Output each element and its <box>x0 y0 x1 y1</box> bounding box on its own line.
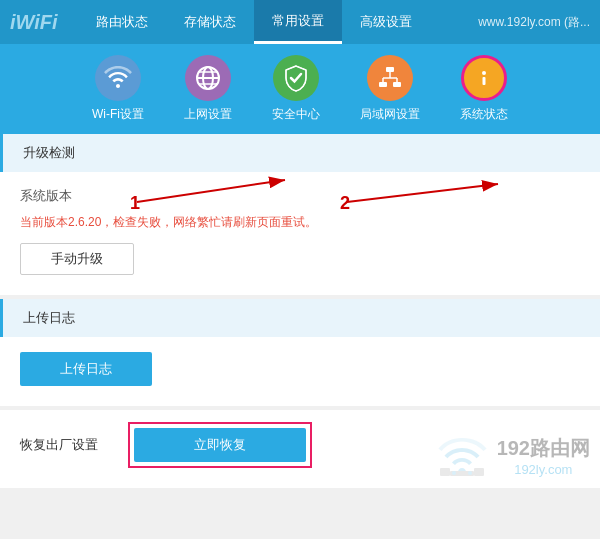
log-section-body: 上传日志 <box>0 337 600 406</box>
wifi-settings-label: Wi-Fi设置 <box>92 106 144 123</box>
main-content: 升级检测 系统版本 当前版本2.6.20，检查失败，网络繁忙请刷新页面重试。 手… <box>0 134 600 488</box>
restore-label: 恢复出厂设置 <box>20 436 98 454</box>
system-status-icon-item[interactable]: 系统状态 <box>460 55 508 123</box>
wifi-icon <box>95 55 141 101</box>
upgrade-section-header: 升级检测 <box>0 134 600 172</box>
restore-button-wrapper: 立即恢复 <box>128 422 312 468</box>
nav-items: 路由状态 存储状态 常用设置 高级设置 <box>78 0 479 44</box>
svg-rect-5 <box>386 67 394 72</box>
lan-settings-icon-item[interactable]: 局域网设置 <box>360 55 420 123</box>
log-section-header: 上传日志 <box>0 299 600 337</box>
svg-rect-13 <box>482 77 485 85</box>
lan-settings-label: 局域网设置 <box>360 106 420 123</box>
upload-log-button[interactable]: 上传日志 <box>20 352 152 386</box>
system-status-label: 系统状态 <box>460 106 508 123</box>
svg-rect-6 <box>379 82 387 87</box>
icon-bar: Wi-Fi设置 上网设置 安全中 <box>0 44 600 134</box>
sys-version-text: 当前版本2.6.20，检查失败，网络繁忙请刷新页面重试。 <box>20 213 580 231</box>
nav-router-status[interactable]: 路由状态 <box>78 0 166 44</box>
security-label: 安全中心 <box>272 106 320 123</box>
svg-point-12 <box>482 71 486 75</box>
sys-version-label: 系统版本 <box>20 187 580 205</box>
nav-advanced-settings[interactable]: 高级设置 <box>342 0 430 44</box>
restore-section: 恢复出厂设置 立即恢复 <box>0 410 600 488</box>
manual-upgrade-button[interactable]: 手动升级 <box>20 243 134 275</box>
log-section: 上传日志 上传日志 <box>0 299 600 406</box>
upgrade-section: 升级检测 系统版本 当前版本2.6.20，检查失败，网络繁忙请刷新页面重试。 手… <box>0 134 600 295</box>
upgrade-section-body: 系统版本 当前版本2.6.20，检查失败，网络繁忙请刷新页面重试。 手动升级 <box>0 172 600 295</box>
restore-button[interactable]: 立即恢复 <box>134 428 306 462</box>
lan-icon <box>367 55 413 101</box>
security-icon-item[interactable]: 安全中心 <box>272 55 320 123</box>
svg-rect-7 <box>393 82 401 87</box>
website-label: www.192ly.com (路... <box>478 14 590 31</box>
web-icon <box>185 55 231 101</box>
web-settings-icon-item[interactable]: 上网设置 <box>184 55 232 123</box>
web-settings-label: 上网设置 <box>184 106 232 123</box>
top-nav: iWiFi 路由状态 存储状态 常用设置 高级设置 www.192ly.com … <box>0 0 600 44</box>
nav-storage-status[interactable]: 存储状态 <box>166 0 254 44</box>
security-icon <box>273 55 319 101</box>
nav-common-settings[interactable]: 常用设置 <box>254 0 342 44</box>
wifi-settings-icon-item[interactable]: Wi-Fi设置 <box>92 55 144 123</box>
app-logo: iWiFi <box>10 11 58 34</box>
info-icon <box>461 55 507 101</box>
